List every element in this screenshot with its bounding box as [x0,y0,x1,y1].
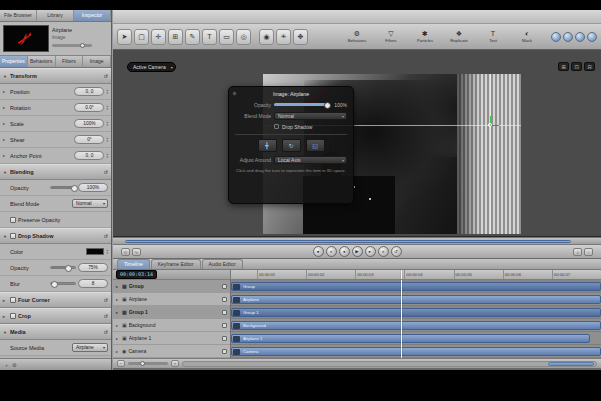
param-value-field[interactable]: 0, 0 [74,87,104,96]
tab-filters[interactable]: Filters [56,56,84,67]
close-icon[interactable] [232,91,237,96]
hud-opacity-slider[interactable] [274,103,329,106]
current-timecode-display[interactable]: 00:00:03:14 [116,270,157,279]
reset-icon[interactable]: ↺ [104,297,108,303]
canvas[interactable]: Active Camera ⊞ ⊡ ⊟ [113,50,601,237]
ruler-scale[interactable]: 00:00:01 00:00:02 00:00:03 00:00:04 00:0… [231,270,601,279]
disclosure-triangle-icon[interactable]: ▸ [116,284,120,289]
zoom-tool[interactable]: ◎ [236,29,251,45]
param-value-field[interactable]: 100% [74,119,104,128]
shape-tool[interactable]: ▭ [219,29,234,45]
param-value-field[interactable]: 100% [78,183,108,192]
param-value-field[interactable]: 8 [78,279,108,288]
mini-timeline[interactable] [113,237,601,245]
tab-properties[interactable]: Properties [0,56,28,67]
audio-mute-button[interactable]: ♪ [573,248,582,256]
opacity-slider[interactable] [50,186,76,189]
reset-icon[interactable]: ↺ [104,329,108,335]
next-frame-button[interactable]: ▸ [365,246,376,257]
drop-shadow-checkbox[interactable] [10,233,16,239]
text-button[interactable]: T Text [477,25,509,48]
section-drop-shadow[interactable]: ▼ Drop Shadow ↺ [0,228,111,244]
camera-tool[interactable]: ◉ [259,29,274,45]
layout-button[interactable]: ⊟ [584,62,595,71]
track-bar[interactable]: Camera [231,347,601,356]
particles-button[interactable]: ✱ Particles [409,25,441,48]
layer-row[interactable]: ▸ ◉ Camera [113,345,230,358]
track-bar[interactable]: Airplane 1 [231,334,590,343]
record-options-button[interactable]: ◦ [584,248,593,256]
mini-timeline-bar[interactable] [125,240,571,243]
light-tool[interactable]: ☀ [276,29,291,45]
disclosure-triangle-icon[interactable]: ▼ [3,330,8,335]
reset-icon[interactable]: ↺ [104,233,108,239]
inspector-toggle[interactable] [575,32,585,42]
anchor-point-tool[interactable]: ✛ [151,29,166,45]
timeline-zoom-slider[interactable] [128,362,168,365]
layer-activation-checkbox[interactable] [222,284,227,289]
tab-image[interactable]: Image [83,56,111,67]
layer-activation-checkbox[interactable] [222,297,227,302]
hud-drop-shadow-checkbox[interactable] [274,124,279,129]
playhead-marker[interactable] [401,270,402,279]
shadow-blur-slider[interactable] [50,282,76,285]
replicate-button[interactable]: ❖ Replicate [443,25,475,48]
layer-row[interactable]: ▸ ▦ Group [113,280,230,293]
param-value-field[interactable]: 0.0° [74,103,104,112]
add-parameter-icon[interactable]: ＋ [4,362,9,368]
value-stepper[interactable]: ▴▾ [106,153,108,159]
tab-keyframe-editor[interactable]: Keyframe Editor [151,259,201,269]
param-value-field[interactable]: 0° [74,135,104,144]
move-3d-tool[interactable]: ╋ [258,139,277,152]
disclosure-triangle-icon[interactable]: ▸ [116,310,120,315]
file-browser-toggle[interactable] [551,32,561,42]
tab-audio-editor[interactable]: Audio Editor [202,259,243,269]
hud-adjust-around-popup[interactable]: Local Axis [274,156,347,164]
crop-tool[interactable]: ⊞ [168,29,183,45]
layer-activation-checkbox[interactable] [222,349,227,354]
tab-timeline[interactable]: Timeline [117,259,150,269]
reset-icon[interactable]: ↺ [104,169,108,175]
mask-button[interactable]: ◐ Mask [511,25,543,48]
value-stepper[interactable]: ▴▾ [106,121,108,127]
scale-3d-tool[interactable]: ◱ [306,139,325,152]
tab-inspector[interactable]: Inspector [74,10,111,21]
go-to-start-button[interactable]: « [326,246,337,257]
layer-activation-checkbox[interactable] [222,310,227,315]
behaviors-button[interactable]: ⚙ Behaviors [341,25,373,48]
play-button[interactable]: ▶ [352,246,363,257]
scrollbar-thumb[interactable] [548,362,594,366]
value-stepper[interactable]: ▴▾ [106,105,108,111]
disclosure-triangle-icon[interactable]: ▸ [3,121,8,126]
safe-zones-button[interactable]: ⊡ [571,62,582,71]
timeline-tracks[interactable]: Group Airplane Group 1 Background [231,280,601,358]
track-bar[interactable]: Group 1 [231,308,601,317]
value-stepper[interactable]: ▴▾ [106,89,108,95]
preview-scrub-slider[interactable] [52,44,92,47]
layer-row[interactable]: ▸ ▦ Group 1 [113,306,230,319]
disclosure-triangle-icon[interactable]: ▼ [3,170,8,175]
crop-checkbox[interactable] [10,313,16,319]
disclosure-triangle-icon[interactable]: ▸ [3,153,8,158]
disclosure-triangle-icon[interactable]: ▸ [116,336,120,341]
rotate-3d-tool[interactable]: ↻ [282,139,301,152]
select-tool[interactable]: ➤ [117,29,132,45]
value-stepper[interactable]: ▴▾ [106,137,108,143]
source-media-popup[interactable]: Airplane [72,343,108,352]
disclosure-triangle-icon[interactable]: ▸ [3,105,8,110]
previous-frame-button[interactable]: ◂ [339,246,350,257]
section-media[interactable]: ▼ Media ↺ [0,324,111,340]
disclosure-triangle-icon[interactable]: ▼ [3,74,8,79]
track-bar[interactable]: Airplane [231,295,601,304]
section-crop[interactable]: ▸ Crop ↺ [0,308,111,324]
reset-icon[interactable]: ↺ [104,313,108,319]
value-stepper[interactable]: ▴▾ [106,249,108,255]
show-keyframes-button[interactable]: ◇ [121,248,130,256]
library-toggle[interactable] [563,32,573,42]
hud-panel[interactable]: Image: Airplane Opacity 100% Blend Mode … [228,86,354,204]
disclosure-triangle-icon[interactable]: ▸ [3,298,8,303]
layer-row[interactable]: ▸ ▣ Airplane 1 [113,332,230,345]
record-button[interactable]: ● [313,246,324,257]
pan-tool[interactable]: ✥ [293,29,308,45]
layer-activation-checkbox[interactable] [222,323,227,328]
